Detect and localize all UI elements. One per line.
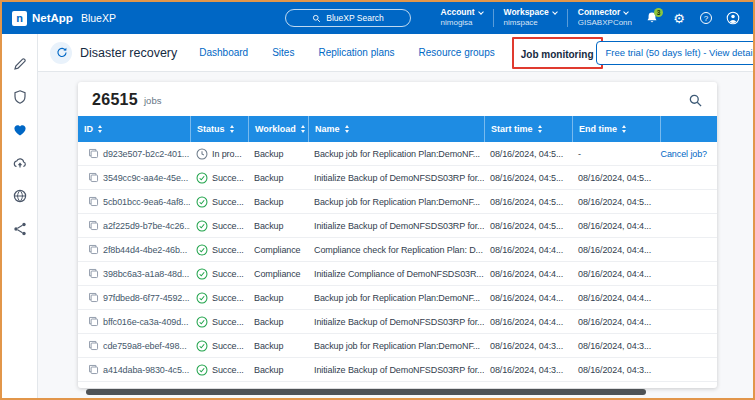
copy-icon[interactable] — [88, 364, 99, 375]
search-icon — [312, 14, 321, 23]
job-id-cell: 2f8b44d4-4be2-46b... — [78, 238, 190, 261]
netapp-logo-icon: n — [12, 11, 27, 26]
copy-icon[interactable] — [88, 172, 99, 183]
job-start-time: 08/16/2024, 04:4... — [484, 238, 572, 261]
left-sidebar — [2, 34, 38, 398]
bluexp-search-button[interactable]: BlueXP Search — [285, 9, 411, 27]
success-icon — [196, 268, 208, 280]
job-id: 3549cc9c-aa4e-45e... — [103, 173, 188, 183]
table-row[interactable]: d923e507-b2c2-401...In pro...BackupBacku… — [78, 142, 717, 166]
copy-icon[interactable] — [88, 220, 99, 231]
success-icon — [196, 244, 208, 256]
user-avatar-icon — [726, 11, 740, 25]
table-row[interactable]: 3549cc9c-aa4e-45e...Succe...BackupInitia… — [78, 166, 717, 190]
job-workload: Compliance — [248, 238, 308, 261]
workspace-menu[interactable]: Workspace nimspace — [501, 8, 560, 27]
job-status: Succe... — [212, 221, 244, 231]
job-status-cell: In pro... — [190, 142, 248, 165]
tab-dashboard[interactable]: Dashboard — [199, 47, 248, 58]
app-window: n NetApp BlueXP BlueXP Search Account ni… — [0, 0, 755, 400]
copy-icon[interactable] — [88, 268, 99, 279]
table-row[interactable]: 97fdbed8-6f77-4592...Succe...BackupBacku… — [78, 286, 717, 310]
tab-sites[interactable]: Sites — [272, 47, 294, 58]
job-id-cell: 398bc6a3-a1a8-48d... — [78, 262, 190, 285]
copy-icon[interactable] — [88, 196, 99, 207]
share-icon[interactable] — [12, 221, 28, 237]
job-workload: Compliance — [248, 262, 308, 285]
copy-icon[interactable] — [88, 292, 99, 303]
job-status-cell: Succe... — [190, 166, 248, 189]
table-row[interactable]: 2f8b44d4-4be2-46b...Succe...ComplianceCo… — [78, 238, 717, 262]
chevron-down-icon — [478, 9, 484, 15]
table-header-row: ID Status Workload Name Start time End t… — [78, 116, 717, 142]
job-id-cell: a2f225d9-b7be-4c26... — [78, 214, 190, 237]
job-action-cell — [660, 190, 717, 213]
column-header-actions — [660, 116, 717, 142]
cloud-backup-icon[interactable] — [12, 155, 28, 171]
column-header-status[interactable]: Status — [190, 116, 248, 142]
cancel-job-link[interactable]: Cancel job? — [661, 149, 707, 159]
table-row[interactable]: bffc016e-ca3a-409d...Succe...BackupIniti… — [78, 310, 717, 334]
copy-icon[interactable] — [88, 244, 99, 255]
copy-icon[interactable] — [88, 340, 99, 351]
job-workload: Backup — [248, 286, 308, 309]
column-header-workload[interactable]: Workload — [248, 116, 308, 142]
help-button[interactable]: ? — [696, 8, 716, 28]
settings-button[interactable]: ⚙ — [669, 8, 689, 28]
tab-job-monitoring[interactable]: Job monitoring — [521, 49, 594, 60]
job-action-cell — [660, 334, 717, 357]
account-menu[interactable]: Account nimogisa — [438, 8, 486, 27]
column-header-id[interactable]: ID — [78, 116, 190, 142]
job-end-time: 08/16/2024, 04:5... — [572, 190, 660, 213]
user-menu[interactable] — [723, 8, 743, 28]
copy-icon[interactable] — [88, 316, 99, 327]
job-status: Succe... — [212, 365, 244, 375]
sort-icon — [538, 125, 542, 133]
notifications-button[interactable]: 3 — [642, 8, 662, 28]
column-header-end-time[interactable]: End time — [572, 116, 660, 142]
table-row[interactable]: 398bc6a3-a1a8-48d...Succe...ComplianceIn… — [78, 262, 717, 286]
heart-icon[interactable] — [12, 122, 28, 138]
job-action-cell: Cancel job? — [660, 142, 717, 165]
job-status: In pro... — [212, 149, 242, 159]
job-status-cell: Succe... — [190, 214, 248, 237]
jobs-card: 26515 jobs ID Status Workload Name Start… — [78, 82, 717, 388]
job-start-time: 08/16/2024, 04:5... — [484, 166, 572, 189]
job-end-time: 08/16/2024, 04:5... — [572, 166, 660, 189]
job-status: Succe... — [212, 245, 244, 255]
netapp-logo[interactable]: n NetApp BlueXP — [12, 11, 116, 26]
table-row[interactable]: cde759a8-ebef-498...Succe...BackupBackup… — [78, 334, 717, 358]
disaster-recovery-nav: Disaster recovery Dashboard Sites Replic… — [38, 34, 753, 72]
table-row[interactable]: a2f225d9-b7be-4c26...Succe...BackupIniti… — [78, 214, 717, 238]
connector-menu[interactable]: Connector GISABXPConn — [575, 8, 635, 27]
job-action-cell — [660, 358, 717, 381]
tab-resource-groups[interactable]: Resource groups — [419, 47, 495, 58]
globe-icon[interactable] — [12, 188, 28, 204]
job-id: cde759a8-ebef-498... — [103, 341, 187, 351]
column-header-name[interactable]: Name — [308, 116, 484, 142]
success-icon — [196, 340, 208, 352]
workspace-label: Workspace — [504, 8, 549, 17]
pencil-icon[interactable] — [12, 56, 28, 72]
tab-replication-plans[interactable]: Replication plans — [318, 47, 394, 58]
job-id-cell: d923e507-b2c2-401... — [78, 142, 190, 165]
table-row[interactable]: 5cb01bcc-9ea6-4af8...Succe...BackupBacku… — [78, 190, 717, 214]
job-start-time: 08/16/2024, 04:3... — [484, 334, 572, 357]
job-id: d923e507-b2c2-401... — [103, 149, 189, 159]
job-start-time: 08/16/2024, 04:3... — [484, 358, 572, 381]
job-id: a414daba-9830-4c5... — [103, 365, 189, 375]
job-id: 5cb01bcc-9ea6-4af8... — [103, 197, 190, 207]
table-search-icon[interactable] — [688, 93, 703, 108]
job-end-time: 08/16/2024, 04:4... — [572, 238, 660, 261]
horizontal-scrollbar-thumb[interactable] — [86, 389, 646, 395]
job-name: Initialize Backup of DemoNFSDS03RP for..… — [308, 358, 484, 381]
free-trial-button[interactable]: Free trial (50 days left) - View details — [596, 41, 755, 65]
shield-icon[interactable] — [12, 89, 28, 105]
copy-icon[interactable] — [88, 148, 99, 159]
success-icon — [196, 196, 208, 208]
column-header-start-time[interactable]: Start time — [484, 116, 572, 142]
job-end-time: 08/16/2024, 04:3... — [572, 358, 660, 381]
job-id: 97fdbed8-6f77-4592... — [103, 293, 189, 303]
table-row[interactable]: a414daba-9830-4c5...Succe...BackupInitia… — [78, 358, 717, 382]
job-end-time: 08/16/2024, 04:4... — [572, 214, 660, 237]
